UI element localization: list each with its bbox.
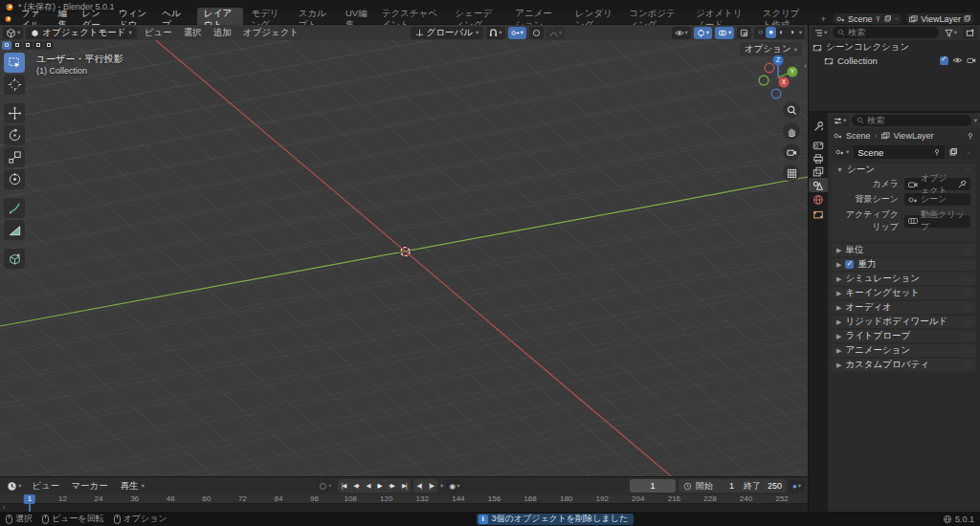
tab-world[interactable] (809, 192, 828, 207)
editor-type-dropdown[interactable]: ▾ (3, 27, 23, 39)
notification[interactable]: i 3個のオブジェクトを削除しました (477, 514, 635, 525)
panel-drag-handle[interactable]: :: (966, 246, 971, 254)
channel-expand-arrow[interactable]: › (3, 504, 5, 511)
viewport-menu-item[interactable]: 選択 (179, 27, 207, 38)
play-button[interactable]: ▶ (374, 479, 386, 493)
tab-output[interactable] (809, 151, 828, 165)
panel-drag-handle[interactable]: :: (966, 165, 971, 174)
render-camera-icon[interactable] (967, 56, 976, 64)
shading-rendered-button[interactable]: ◑ (787, 27, 797, 38)
playback-menu[interactable]: 再生 ▾ (116, 480, 149, 493)
viewport-menu-item[interactable]: オブジェクト (238, 27, 303, 38)
gizmos-toggle[interactable]: ▾ (694, 27, 712, 39)
pin-icon[interactable] (933, 148, 941, 156)
mode-dropdown[interactable]: オブジェクトモード ▾ (26, 27, 137, 39)
eyedropper-icon[interactable] (958, 180, 967, 188)
scene-name-field[interactable]: Scene (854, 145, 945, 159)
properties-search[interactable]: 検索 (852, 115, 970, 126)
navigation-gizmo[interactable]: Z Y X (758, 52, 802, 99)
current-frame-field[interactable]: 1 (630, 479, 676, 493)
object-visibility-dropdown[interactable]: ▾ (672, 27, 691, 39)
panel-drag-handle[interactable]: :: (966, 303, 971, 312)
select-mode-extend-button[interactable] (12, 41, 22, 50)
viewport-menu-item[interactable]: 追加 (209, 27, 236, 38)
end-frame-field[interactable]: 250 (765, 481, 782, 491)
timeline-editor-type-dropdown[interactable]: ▾ (4, 480, 24, 493)
keying-dropdown[interactable]: ◉ ▾ (446, 480, 462, 493)
panel-drag-handle[interactable]: :: (966, 274, 971, 283)
gizmo-z-neg[interactable] (771, 89, 781, 99)
tool-move[interactable] (4, 103, 25, 123)
gravity-checkbox[interactable] (845, 260, 854, 269)
orientation-dropdown[interactable]: グローバル ▾ (411, 27, 484, 39)
proportional-editing-toggle[interactable] (529, 27, 544, 39)
panel-header[interactable]: ▶キーイングセット:: (832, 287, 976, 299)
xray-toggle[interactable] (737, 27, 751, 39)
snap-dropdown[interactable]: ▾ (486, 27, 504, 39)
tab-tool[interactable] (809, 119, 828, 133)
panel-header[interactable]: ▶リジッドボディワールド:: (832, 316, 976, 328)
gizmo-y-neg[interactable] (759, 76, 768, 85)
snap-target-toggle[interactable]: ▾ (508, 27, 526, 39)
panel-drag-handle[interactable]: :: (966, 318, 971, 326)
pin-icon[interactable] (875, 15, 881, 22)
scene-collection-row[interactable]: シーンコレクション (809, 40, 980, 54)
timeline-ruler[interactable]: 1224364860728496108120132144156168180192… (0, 494, 808, 504)
tool-add-cube[interactable] (4, 249, 25, 269)
chevron-down-icon[interactable]: ▾ (797, 29, 804, 36)
panel-header[interactable]: ▶カスタムプロパティ:: (832, 359, 976, 371)
overlays-toggle[interactable]: ▾ (715, 27, 734, 39)
viewport-menu-item[interactable]: ビュー (140, 27, 177, 38)
select-mode-set-button[interactable] (2, 41, 11, 50)
tool-scale[interactable] (4, 147, 25, 167)
gizmo-x-neg[interactable] (765, 63, 774, 73)
shading-wireframe-button[interactable]: ○ (755, 27, 766, 38)
zoom-button[interactable] (783, 101, 800, 119)
chevron-down-icon[interactable]: ▾ (440, 482, 443, 490)
add-workspace-button[interactable]: + (816, 13, 830, 24)
panel-drag-handle[interactable]: :: (966, 332, 971, 340)
timeline-view-sphere-dropdown[interactable]: ● ▾ (790, 480, 804, 493)
blender-menu-button[interactable] (4, 14, 12, 23)
tool-annotate[interactable] (4, 198, 25, 218)
scene-selector[interactable]: Scene × (834, 13, 902, 24)
property-field[interactable]: オブジェクト (904, 178, 970, 190)
playhead[interactable]: 1 (24, 494, 35, 504)
next-keyframe-button[interactable]: •▶ (386, 479, 398, 493)
tool-select-box[interactable] (4, 53, 25, 73)
camera-view-button[interactable] (783, 143, 800, 161)
shading-material-button[interactable]: ◐ (776, 27, 787, 38)
prev-keyframe-button[interactable]: ◀• (349, 479, 362, 493)
panel-header[interactable]: ▶アニメーション:: (832, 344, 976, 357)
properties-filter-dropdown[interactable]: ▾ (831, 115, 849, 127)
property-field[interactable]: 動画クリップ (904, 215, 970, 228)
proportional-falloff-dropdown[interactable]: ▾ (546, 27, 565, 39)
outliner-search[interactable]: 検索 (833, 27, 938, 38)
tab-view-layer[interactable] (809, 164, 828, 179)
outliner-display-mode-dropdown[interactable]: ▾ (812, 27, 830, 39)
tab-render[interactable] (809, 138, 828, 152)
sidebar-collapse-arrow[interactable]: ‹ (804, 61, 807, 71)
tab-collection[interactable] (809, 207, 828, 221)
step-back-button[interactable]: ◀| (413, 479, 426, 493)
browse-scene-dropdown[interactable]: ▾ (833, 145, 852, 159)
new-scene-button[interactable] (947, 145, 960, 159)
chevron-down-icon[interactable]: ▾ (974, 117, 977, 124)
tool-measure[interactable] (4, 220, 25, 240)
eye-icon[interactable] (952, 56, 963, 64)
viewlayer-selector[interactable]: ViewLayer (906, 13, 973, 24)
tool-transform[interactable] (4, 169, 25, 189)
start-frame-field[interactable]: 1 (717, 481, 734, 491)
extensions-globe-icon[interactable] (943, 515, 952, 524)
panel-drag-handle[interactable]: :: (966, 260, 971, 269)
filter-dropdown[interactable]: ▾ (942, 27, 960, 39)
pin-icon[interactable] (967, 132, 974, 140)
new-scene-icon[interactable] (884, 15, 891, 22)
delete-scene-button[interactable]: × (962, 145, 975, 159)
perspective-toggle-button[interactable] (783, 164, 800, 182)
timeline-body[interactable]: 1224364860728496108120132144156168180192… (0, 494, 808, 512)
timeline-tracks[interactable]: › (0, 504, 808, 512)
shading-solid-button[interactable]: ● (766, 27, 776, 38)
tool-cursor[interactable] (4, 75, 25, 95)
breadcrumb-viewlayer[interactable]: ViewLayer (894, 131, 934, 141)
